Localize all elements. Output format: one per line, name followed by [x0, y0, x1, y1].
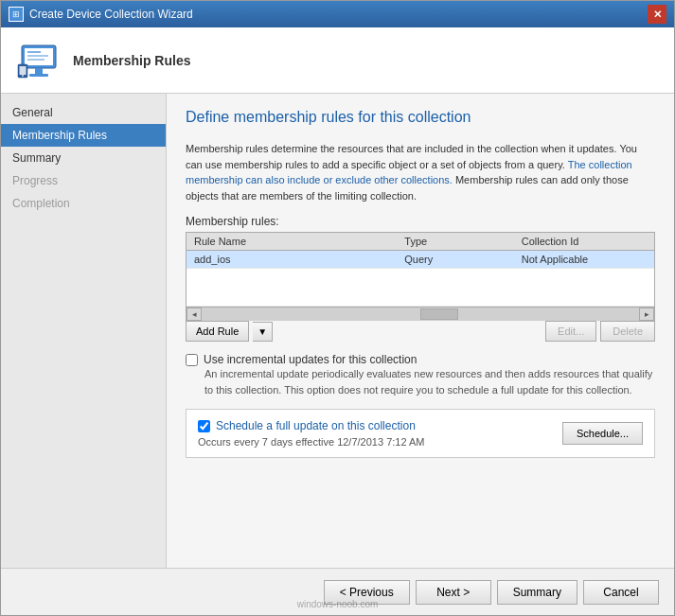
rules-table-container: Rule Name Type Collection Id add_ios Que…: [186, 232, 655, 321]
summary-button[interactable]: Summary: [497, 580, 577, 605]
sidebar-item-general[interactable]: General: [1, 101, 166, 124]
svg-rect-8: [20, 66, 27, 75]
cell-collection-id: Not Applicable: [514, 251, 654, 269]
incremental-checkbox[interactable]: [186, 354, 198, 366]
scroll-track[interactable]: [202, 308, 639, 321]
rules-buttons: Add Rule ▼ Edit... Delete: [186, 321, 655, 342]
rules-section: Membership rules: Rule Name Type Collect…: [186, 215, 655, 342]
cell-rule-name: add_ios: [187, 251, 397, 269]
col-rule-name: Rule Name: [187, 233, 397, 251]
svg-point-9: [22, 75, 24, 77]
sidebar: General Membership Rules Summary Progres…: [1, 94, 167, 568]
table-row[interactable]: add_ios Query Not Applicable: [187, 251, 654, 269]
window-title: Create Device Collection Wizard: [29, 8, 193, 21]
schedule-label[interactable]: Schedule a full update on this collectio…: [216, 419, 416, 432]
wizard-window: ⊞ Create Device Collection Wizard ✕: [0, 0, 675, 616]
svg-rect-2: [35, 68, 43, 74]
schedule-checkbox[interactable]: [198, 420, 210, 432]
scroll-right-arrow[interactable]: ▸: [639, 308, 654, 321]
cell-type: Query: [397, 251, 514, 269]
schedule-section: Schedule a full update on this collectio…: [186, 409, 655, 458]
header-icon: [16, 38, 62, 83]
incremental-description: An incremental update periodically evalu…: [204, 366, 655, 397]
rules-table: Rule Name Type Collection Id add_ios Que…: [187, 233, 654, 307]
incremental-section: Use incremental updates for this collect…: [186, 353, 655, 397]
schedule-button[interactable]: Schedule...: [562, 422, 643, 445]
svg-rect-6: [27, 59, 44, 61]
app-icon: ⊞: [9, 7, 24, 22]
content-title: Define membership rules for this collect…: [186, 109, 655, 126]
svg-rect-3: [29, 74, 48, 77]
delete-button[interactable]: Delete: [600, 321, 655, 342]
sidebar-item-progress: Progress: [1, 169, 166, 192]
col-collection-id: Collection Id: [514, 233, 654, 251]
table-scrollbar: ◂ ▸: [187, 307, 654, 320]
description-link: The collection membership can also inclu…: [186, 159, 632, 186]
header-title: Membership Rules: [73, 53, 190, 68]
svg-rect-5: [27, 55, 48, 57]
incremental-label[interactable]: Use incremental updates for this collect…: [204, 353, 417, 366]
col-type: Type: [397, 233, 514, 251]
next-button[interactable]: Next >: [416, 580, 491, 605]
schedule-left: Schedule a full update on this collectio…: [198, 419, 553, 448]
watermark: windows-noob.com: [297, 599, 379, 609]
sidebar-item-completion: Completion: [1, 192, 166, 215]
scroll-thumb: [420, 308, 458, 320]
incremental-checkbox-row: Use incremental updates for this collect…: [186, 353, 655, 366]
rules-label: Membership rules:: [186, 215, 655, 228]
sidebar-item-membership-rules[interactable]: Membership Rules: [1, 124, 166, 147]
title-bar: ⊞ Create Device Collection Wizard ✕: [1, 1, 674, 27]
add-rule-dropdown[interactable]: ▼: [253, 322, 273, 342]
body: General Membership Rules Summary Progres…: [1, 94, 674, 568]
schedule-checkbox-row: Schedule a full update on this collectio…: [198, 419, 553, 432]
svg-rect-4: [27, 51, 41, 53]
description-text: Membership rules determine the resources…: [186, 141, 655, 203]
close-button[interactable]: ✕: [648, 5, 666, 24]
edit-button[interactable]: Edit...: [545, 321, 596, 342]
header-bar: Membership Rules: [1, 27, 674, 94]
footer: windows-noob.com < Previous Next > Summa…: [1, 568, 674, 615]
add-rule-button[interactable]: Add Rule: [186, 321, 249, 342]
main-content: Define membership rules for this collect…: [167, 94, 674, 568]
scroll-left-arrow[interactable]: ◂: [187, 308, 202, 321]
sidebar-item-summary[interactable]: Summary: [1, 147, 166, 169]
schedule-description: Occurs every 7 days effective 12/7/2013 …: [198, 436, 553, 448]
title-bar-left: ⊞ Create Device Collection Wizard: [9, 7, 193, 22]
cancel-button[interactable]: Cancel: [583, 580, 659, 605]
